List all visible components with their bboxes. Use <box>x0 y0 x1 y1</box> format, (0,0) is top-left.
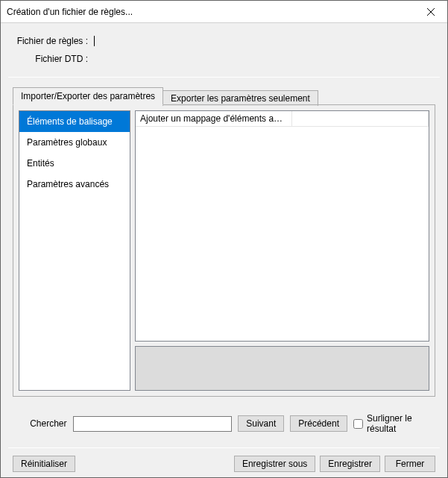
sidebar-item-label: Paramètres globaux <box>27 137 107 148</box>
tab-import-export[interactable]: Importer/Exporter des paramètres <box>13 87 163 105</box>
divider <box>8 77 440 78</box>
tab-label: Importer/Exporter des paramètres <box>21 91 155 101</box>
next-button[interactable]: Suivant <box>238 415 284 432</box>
rules-file-value <box>95 34 434 48</box>
button-label: Enregistrer sous <box>242 459 307 469</box>
grid-header: Ajouter un mappage d'éléments avec ... <box>136 111 429 127</box>
right-pane: Ajouter un mappage d'éléments avec ... <box>135 110 429 391</box>
sidebar-item-entities[interactable]: Entités <box>19 153 130 174</box>
search-row: Chercher Suivant Précédent Surligner le … <box>13 413 435 434</box>
grid-col-header-1[interactable]: Ajouter un mappage d'éléments avec ... <box>136 111 292 126</box>
rules-file-label: Fichier de règles : <box>14 36 92 46</box>
highlight-checkbox[interactable]: Surligner le résultat <box>353 413 435 434</box>
sidebar-item-label: Entités <box>27 158 54 169</box>
bottom-button-row: Réinitialiser Enregistrer sous Enregistr… <box>13 456 435 472</box>
close-icon <box>427 8 435 16</box>
close-window-button[interactable] <box>414 1 447 23</box>
close-button[interactable]: Fermer <box>385 456 435 472</box>
search-label: Chercher <box>13 418 67 429</box>
save-button[interactable]: Enregistrer <box>320 456 380 472</box>
dtd-file-row: Fichier DTD : <box>14 50 434 68</box>
tab-area: Importer/Exporter des paramètres Exporte… <box>13 87 435 397</box>
category-list[interactable]: Éléments de balisage Paramètres globaux … <box>19 110 130 391</box>
tab-export-only[interactable]: Exporter les paramètres seulement <box>163 90 318 106</box>
file-info-section: Fichier de règles : Fichier DTD : <box>1 23 447 74</box>
dtd-file-label: Fichier DTD : <box>14 54 92 64</box>
highlight-checkbox-input[interactable] <box>353 419 363 429</box>
window-title: Création d'un fichier de règles... <box>7 7 133 17</box>
dtd-file-value <box>92 52 434 66</box>
sidebar-item-label: Éléments de balisage <box>27 116 113 127</box>
button-label: Suivant <box>246 418 276 429</box>
reset-button[interactable]: Réinitialiser <box>13 456 75 472</box>
button-label: Enregistrer <box>328 459 372 469</box>
previous-button[interactable]: Précédent <box>290 415 347 432</box>
divider <box>8 447 440 448</box>
sidebar-item-advanced-params[interactable]: Paramètres avancés <box>19 174 130 195</box>
tab-strip: Importer/Exporter des paramètres Exporte… <box>13 87 435 104</box>
button-label: Fermer <box>396 459 425 469</box>
sidebar-item-label: Paramètres avancés <box>27 179 109 189</box>
rules-file-row: Fichier de règles : <box>14 32 434 50</box>
mapping-grid[interactable]: Ajouter un mappage d'éléments avec ... <box>135 110 429 342</box>
button-label: Précédent <box>298 418 339 429</box>
save-as-button[interactable]: Enregistrer sous <box>234 456 315 472</box>
title-bar: Création d'un fichier de règles... <box>1 1 447 23</box>
tab-panel: Éléments de balisage Paramètres globaux … <box>13 104 435 397</box>
sidebar-item-markup-elements[interactable]: Éléments de balisage <box>19 111 130 132</box>
highlight-checkbox-label: Surligner le résultat <box>367 413 435 434</box>
tab-label: Exporter les paramètres seulement <box>171 93 310 104</box>
search-input[interactable] <box>73 416 233 432</box>
preview-box <box>135 346 429 391</box>
button-label: Réinitialiser <box>21 459 67 469</box>
sidebar-item-global-params[interactable]: Paramètres globaux <box>19 132 130 153</box>
grid-col-header-2[interactable] <box>292 111 429 126</box>
grid-body[interactable] <box>136 127 429 341</box>
